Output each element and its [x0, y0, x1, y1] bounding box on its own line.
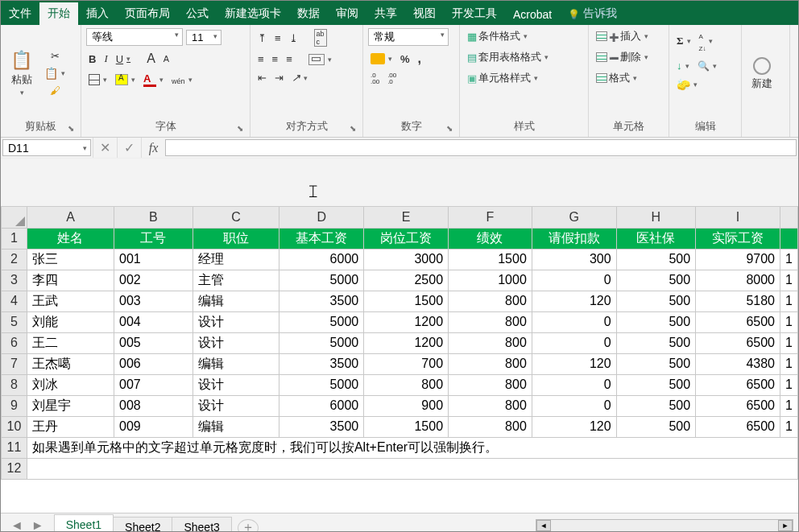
wrap-text-button[interactable] — [312, 28, 329, 47]
sheet-nav-next[interactable]: ► — [28, 517, 48, 533]
cell[interactable]: 5000 — [279, 374, 364, 395]
cell[interactable]: 3500 — [279, 353, 364, 374]
row-header[interactable]: 7 — [2, 353, 27, 374]
cell[interactable]: 500 — [616, 270, 695, 291]
cell[interactable]: 6500 — [696, 395, 780, 416]
cell[interactable]: 王杰噶 — [27, 353, 114, 374]
col-header-E[interactable]: E — [364, 207, 449, 228]
cell[interactable]: 李四 — [27, 270, 114, 291]
cell[interactable]: 1 — [780, 353, 797, 374]
align-top-button[interactable] — [255, 31, 269, 45]
cell[interactable]: 6500 — [696, 311, 780, 332]
fill-color-button[interactable] — [113, 73, 138, 86]
cell[interactable]: 120 — [532, 353, 616, 374]
cell-styles-button[interactable]: 单元格样式 — [465, 70, 583, 86]
font-name-selector[interactable]: 等线 — [86, 28, 183, 46]
cell[interactable]: 800 — [449, 374, 532, 395]
cell[interactable]: 刘星宇 — [27, 395, 114, 416]
cell[interactable]: 1500 — [364, 416, 449, 437]
col-header-C[interactable]: C — [193, 207, 279, 228]
cell[interactable]: 1500 — [364, 291, 449, 311]
format-as-table-button[interactable]: 套用表格格式 — [465, 49, 583, 65]
clipboard-launcher[interactable]: ⬊ — [66, 124, 76, 134]
orientation-button[interactable] — [289, 71, 310, 85]
row-header[interactable]: 2 — [2, 249, 27, 270]
sheet-nav-prev[interactable]: ◄ — [7, 517, 27, 533]
cell[interactable]: 1 — [780, 416, 797, 437]
cell[interactable]: 007 — [114, 374, 193, 395]
worksheet-grid[interactable]: A B C D E F G H I 1 姓名 工号 职位 基本工资 岗位工资 绩… — [1, 207, 798, 513]
underline-button[interactable]: U — [114, 52, 133, 66]
cell[interactable]: 刘冰 — [27, 374, 114, 395]
cell[interactable]: 设计 — [193, 395, 279, 416]
col-header-B[interactable]: B — [114, 207, 193, 228]
cell[interactable]: 请假扣款 — [532, 228, 616, 249]
cell[interactable]: 编辑 — [193, 291, 279, 311]
cell[interactable]: 006 — [114, 353, 193, 374]
tab-data[interactable]: 数据 — [289, 2, 328, 25]
cell[interactable]: 120 — [532, 291, 616, 311]
cell[interactable]: 3500 — [279, 291, 364, 311]
col-header-H[interactable]: H — [616, 207, 695, 228]
cell[interactable]: 009 — [114, 416, 193, 437]
row-header[interactable]: 5 — [2, 311, 27, 332]
cell[interactable]: 基本工资 — [279, 228, 364, 249]
cell[interactable]: 设计 — [193, 374, 279, 395]
cell[interactable]: 主管 — [193, 270, 279, 291]
cell[interactable]: 王武 — [27, 291, 114, 311]
row-header[interactable]: 6 — [2, 332, 27, 353]
cell[interactable]: 1 — [780, 311, 797, 332]
tab-acrobat[interactable]: Acrobat — [505, 4, 560, 25]
cell[interactable]: 工号 — [114, 228, 193, 249]
enter-formula-button[interactable]: ✓ — [117, 138, 141, 158]
row-header[interactable]: 8 — [2, 374, 27, 395]
font-size-selector[interactable]: 11 — [186, 30, 221, 45]
cell[interactable]: 0 — [532, 311, 616, 332]
align-left-button[interactable] — [255, 52, 267, 66]
cell[interactable]: 800 — [364, 374, 449, 395]
row-header[interactable]: 12 — [2, 458, 27, 479]
row-header[interactable]: 4 — [2, 291, 27, 311]
decrease-decimal-button[interactable] — [385, 72, 399, 87]
cell[interactable]: 编辑 — [193, 353, 279, 374]
bold-button[interactable]: B — [86, 52, 98, 66]
tab-view[interactable]: 视图 — [405, 2, 444, 25]
cell[interactable]: 900 — [364, 395, 449, 416]
cell[interactable]: 编辑 — [193, 416, 279, 437]
align-right-button[interactable] — [284, 52, 295, 66]
row-header[interactable]: 10 — [2, 416, 27, 437]
tab-home[interactable]: 开始 — [39, 2, 78, 25]
name-box[interactable]: D11 — [2, 139, 91, 156]
shrink-font-button[interactable]: A — [161, 53, 172, 64]
row-header[interactable]: 11 — [2, 437, 27, 458]
cell[interactable]: 800 — [449, 311, 532, 332]
tell-me-search[interactable]: 告诉我 — [560, 2, 625, 25]
tab-review[interactable]: 审阅 — [328, 2, 366, 25]
select-all-corner[interactable] — [2, 207, 27, 228]
cell[interactable]: 0 — [532, 270, 616, 291]
number-launcher[interactable]: ⬊ — [445, 124, 454, 134]
cut-button[interactable] — [48, 49, 62, 63]
autosum-button[interactable] — [674, 34, 693, 48]
comma-style-button[interactable] — [416, 51, 424, 67]
insert-function-button[interactable]: fx — [141, 138, 165, 158]
tab-formulas[interactable]: 公式 — [178, 2, 217, 25]
cell[interactable]: 6000 — [279, 395, 364, 416]
tab-file[interactable]: 文件 — [1, 2, 39, 25]
cell[interactable]: 实际工资 — [696, 228, 780, 249]
row-header[interactable]: 3 — [2, 270, 27, 291]
format-cells-button[interactable]: 格式 — [594, 70, 664, 86]
cell[interactable]: 职位 — [193, 228, 279, 249]
cell[interactable]: 张三 — [27, 249, 114, 270]
cell[interactable]: 5000 — [279, 311, 364, 332]
sheet-tab-2[interactable]: Sheet2 — [113, 517, 172, 533]
cell[interactable]: 1200 — [364, 311, 449, 332]
cell[interactable]: 1500 — [449, 249, 532, 270]
cell[interactable]: 刘能 — [27, 311, 114, 332]
cell[interactable]: 1 — [780, 270, 797, 291]
cell[interactable]: 500 — [616, 416, 695, 437]
cancel-formula-button[interactable]: ✕ — [93, 138, 117, 158]
horizontal-scrollbar[interactable]: ◄ ► — [259, 519, 798, 532]
cell[interactable]: 王丹 — [27, 416, 114, 437]
paste-button[interactable]: 粘贴 — [6, 47, 37, 100]
